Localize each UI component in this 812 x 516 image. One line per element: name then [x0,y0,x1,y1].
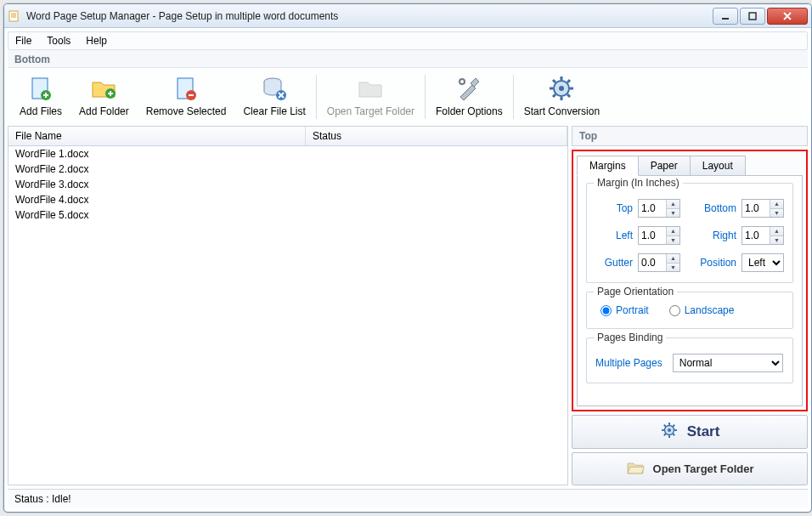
file-remove-icon [172,75,200,102]
gutter-input[interactable] [639,254,666,271]
margin-left-input[interactable] [639,227,666,244]
position-label: Position [694,257,736,269]
margin-top-label: Top [595,202,633,214]
add-files-label: Add Files [20,105,62,117]
top-label: Top [572,126,808,146]
maximize-button[interactable] [740,8,765,25]
menu-tools[interactable]: Tools [47,35,70,47]
add-files-button[interactable]: Add Files [11,71,70,122]
start-label: Start [687,423,720,440]
margin-right-spinner[interactable]: ▲▼ [742,226,784,245]
col-file-name[interactable]: File Name [8,127,306,145]
open-target-label: Open Target Folder [653,462,754,475]
landscape-radio[interactable] [669,305,680,316]
window-buttons [713,8,808,25]
svg-point-12 [559,86,564,91]
toolbar-separator [425,75,426,119]
open-target-folder-label: Open Target Folder [327,105,414,117]
spin-up-icon[interactable]: ▲ [770,200,783,209]
list-header: File Name Status [8,127,567,146]
folder-add-icon [90,75,117,102]
settings-highlight: Margins Paper Layout Margin (In Inches) … [572,150,808,411]
status-text: Status : Idle! [14,493,71,505]
margin-top-input[interactable] [639,200,666,217]
spin-down-icon[interactable]: ▼ [770,236,783,245]
margin-legend: Margin (In Inches) [594,177,683,189]
multiple-pages-label: Multiple Pages [595,357,663,369]
svg-line-27 [663,425,665,427]
list-item[interactable]: WordFile 2.docx [8,162,567,177]
clear-list-icon [261,75,288,102]
folder-options-button[interactable]: Folder Options [427,71,511,122]
col-status[interactable]: Status [306,127,567,145]
margin-bottom-label: Bottom [699,202,736,214]
landscape-radio-label[interactable]: Landscape [669,304,735,316]
spin-down-icon[interactable]: ▼ [667,264,679,272]
spin-up-icon[interactable]: ▲ [770,227,783,236]
svg-line-20 [567,80,570,82]
position-select[interactable]: Left [742,253,784,272]
margin-top-spinner[interactable]: ▲▼ [638,199,680,218]
spin-down-icon[interactable]: ▼ [667,209,679,218]
margin-bottom-spinner[interactable]: ▲▼ [742,199,784,218]
status-bar: Status : Idle! [8,489,808,508]
spin-down-icon[interactable]: ▼ [667,236,679,245]
orientation-fieldset: Page Orientation Portrait Landscape [586,292,793,329]
svg-point-10 [460,79,465,84]
file-list[interactable]: WordFile 1.docx WordFile 2.docx WordFile… [8,146,567,485]
folder-open-icon [626,458,645,479]
list-item[interactable]: WordFile 1.docx [8,146,567,162]
menu-help[interactable]: Help [86,35,107,47]
spin-up-icon[interactable]: ▲ [667,227,679,236]
margin-right-input[interactable] [742,227,770,244]
start-button[interactable]: Start [572,415,808,449]
tab-content: Margin (In Inches) Top ▲▼ Bottom ▲▼ [577,175,803,406]
minimize-button[interactable] [713,8,738,25]
svg-line-19 [553,94,555,97]
margin-left-spinner[interactable]: ▲▼ [638,226,680,245]
add-folder-button[interactable]: Add Folder [70,71,138,122]
margin-bottom-input[interactable] [742,200,770,217]
gutter-spinner[interactable]: ▲▼ [638,253,680,272]
binding-legend: Pages Binding [594,332,666,343]
binding-fieldset: Pages Binding Multiple Pages Normal [586,337,793,383]
toolbar: Add Files Add Folder Remove Selected Cle… [8,68,808,126]
remove-selected-button[interactable]: Remove Selected [138,71,235,122]
folder-options-label: Folder Options [436,105,503,117]
spin-up-icon[interactable]: ▲ [667,254,679,264]
menubar: File Tools Help [8,31,808,50]
add-folder-label: Add Folder [79,105,129,117]
open-target-folder-toolbar-button: Open Target Folder [319,71,423,122]
gutter-label: Gutter [595,257,633,269]
clear-file-list-button[interactable]: Clear File List [234,71,313,122]
open-target-folder-button[interactable]: Open Target Folder [572,452,808,486]
list-item[interactable]: WordFile 5.docx [8,207,567,223]
list-item[interactable]: WordFile 4.docx [8,192,567,207]
start-conversion-button[interactable]: Start Conversion [516,71,608,122]
main-body: File Name Status WordFile 1.docx WordFil… [4,126,811,489]
tools-icon [455,75,482,102]
gear-icon [548,75,575,102]
tab-paper[interactable]: Paper [638,156,691,176]
spin-down-icon[interactable]: ▼ [770,209,783,218]
menu-file[interactable]: File [15,35,31,47]
tab-layout[interactable]: Layout [690,156,746,176]
section-bottom-label: Bottom [8,50,808,68]
tab-margins[interactable]: Margins [577,156,639,176]
tabs: Margins Paper Layout [577,155,803,175]
portrait-radio[interactable] [601,305,612,316]
window-title: Word Page Setup Manager - Page Setup in … [26,10,713,22]
svg-point-22 [668,428,671,432]
settings-panel: Top Margins Paper Layout Margin (In Inch… [572,126,808,485]
titlebar: Word Page Setup Manager - Page Setup in … [4,4,811,28]
close-button[interactable] [767,8,808,25]
orientation-legend: Page Orientation [594,286,677,298]
file-add-icon [27,75,54,102]
multiple-pages-select[interactable]: Normal [673,354,783,372]
svg-rect-2 [749,13,756,20]
list-item[interactable]: WordFile 3.docx [8,177,567,192]
spin-up-icon[interactable]: ▲ [667,200,679,209]
clear-file-list-label: Clear File List [243,105,305,117]
svg-line-29 [663,434,665,435]
portrait-radio-label[interactable]: Portrait [601,304,649,316]
